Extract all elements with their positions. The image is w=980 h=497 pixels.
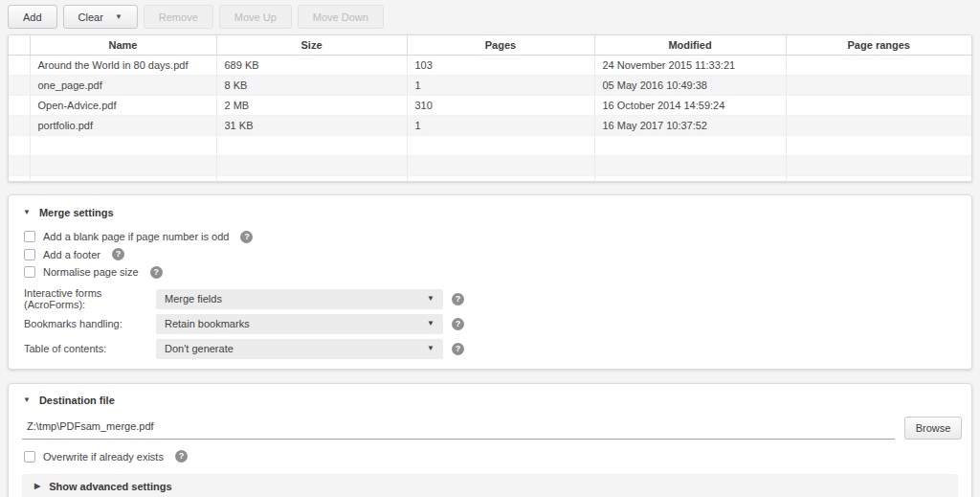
help-icon[interactable]: ? (150, 266, 163, 279)
column-header-selector (9, 35, 30, 55)
merge-checkbox-group: Add a blank page if page number is odd ?… (14, 228, 966, 282)
toolbar: Add Clear ▼ Remove Move Up Move Down (0, 0, 980, 34)
cell-modified: 16 May 2017 10:37:52 (594, 115, 786, 135)
chevron-down-icon: ▼ (427, 295, 434, 303)
footer-checkbox[interactable] (24, 249, 35, 260)
table-row[interactable]: Open-Advice.pdf 2 MB 310 16 October 2014… (9, 95, 971, 115)
normalise-label: Normalise page size (43, 266, 139, 278)
collapse-arrow-icon: ▼ (23, 209, 31, 216)
table-empty-row (9, 175, 971, 182)
cell-page-ranges[interactable] (786, 75, 971, 95)
cell-page-ranges[interactable] (786, 55, 971, 75)
cell-size: 2 MB (216, 95, 407, 115)
cell-name: portfolio.pdf (30, 115, 216, 135)
toc-row: Table of contents: Don't generate ▼ ? (14, 339, 966, 359)
cell-page-ranges[interactable] (786, 115, 971, 135)
blank-page-checkbox[interactable] (24, 231, 35, 242)
overwrite-checkbox[interactable] (24, 451, 35, 463)
cell-pages: 1 (407, 75, 594, 95)
normalise-option: Normalise page size ? (14, 263, 966, 282)
merge-settings-header[interactable]: ▼ Merge settings (14, 202, 966, 219)
help-icon[interactable]: ? (452, 343, 464, 355)
merge-settings-panel: ▼ Merge settings Add a blank page if pag… (8, 194, 972, 370)
column-header-size[interactable]: Size (216, 35, 407, 55)
cell-size: 689 KB (216, 55, 407, 75)
bookmarks-row: Bookmarks handling: Retain bookmarks ▼ ? (14, 314, 966, 334)
files-table: Name Size Pages Modified Page ranges Aro… (9, 35, 971, 182)
overwrite-option: Overwrite if already exists ? (14, 448, 966, 466)
table-row[interactable]: Around the World in 80 days.pdf 689 KB 1… (9, 55, 971, 75)
footer-label: Add a footer (43, 249, 100, 260)
acroforms-row: Interactive forms (AcroForms): Merge fie… (14, 289, 966, 309)
cell-name: Open-Advice.pdf (30, 95, 216, 115)
chevron-down-icon: ▼ (427, 345, 434, 352)
help-icon[interactable]: ? (452, 293, 464, 305)
cell-size: 31 KB (216, 115, 407, 135)
help-icon[interactable]: ? (112, 248, 124, 260)
cell-modified: 24 November 2015 11:33:21 (594, 55, 786, 75)
row-selector-cell (9, 95, 30, 115)
help-icon[interactable]: ? (452, 318, 464, 330)
clear-button[interactable]: Clear ▼ (63, 5, 138, 29)
destination-file-header[interactable]: ▼ Destination file (14, 391, 966, 408)
merge-settings-title: Merge settings (39, 207, 114, 218)
cell-name: one_page.pdf (30, 75, 216, 95)
files-table-panel: Name Size Pages Modified Page ranges Aro… (8, 34, 972, 182)
move-up-button: Move Up (219, 5, 292, 29)
column-header-page-ranges[interactable]: Page ranges (786, 35, 971, 55)
remove-button: Remove (144, 5, 213, 29)
cell-modified: 05 May 2016 10:49:38 (594, 75, 786, 95)
table-empty-row (9, 155, 971, 175)
chevron-down-icon: ▼ (427, 320, 434, 328)
row-selector-cell (9, 55, 30, 75)
toc-selected-value: Don't generate (165, 343, 234, 354)
toc-label: Table of contents: (24, 343, 156, 354)
destination-path-input[interactable]: Z:\tmp\PDFsam_merge.pdf (22, 416, 895, 440)
help-icon[interactable]: ? (175, 450, 188, 463)
bookmarks-select[interactable]: Retain bookmarks ▼ (156, 314, 443, 334)
chevron-down-icon: ▼ (115, 13, 122, 21)
overwrite-label: Overwrite if already exists (43, 451, 164, 463)
help-icon[interactable]: ? (240, 231, 253, 243)
destination-file-panel: ▼ Destination file Z:\tmp\PDFsam_merge.p… (8, 383, 972, 497)
collapse-arrow-icon: ▼ (23, 396, 31, 404)
table-empty-row (9, 135, 971, 155)
destination-path-row: Z:\tmp\PDFsam_merge.pdf Browse (22, 416, 962, 440)
table-row[interactable]: one_page.pdf 8 KB 1 05 May 2016 10:49:38 (9, 75, 971, 95)
cell-pages: 103 (407, 55, 594, 75)
add-button[interactable]: Add (8, 5, 57, 29)
show-advanced-settings[interactable]: ▶ Show advanced settings (22, 474, 958, 497)
row-selector-cell (9, 75, 30, 95)
clear-button-label: Clear (78, 11, 103, 23)
cell-pages: 1 (407, 115, 594, 135)
acroforms-selected-value: Merge fields (165, 293, 222, 305)
cell-modified: 16 October 2014 14:59:24 (594, 95, 786, 115)
column-header-pages[interactable]: Pages (407, 35, 594, 55)
cell-name: Around the World in 80 days.pdf (30, 55, 216, 75)
row-selector-cell (9, 115, 30, 135)
cell-pages: 310 (407, 95, 594, 115)
table-row[interactable]: portfolio.pdf 31 KB 1 16 May 2017 10:37:… (9, 115, 971, 135)
cell-page-ranges[interactable] (786, 95, 971, 115)
merge-select-group: Interactive forms (AcroForms): Merge fie… (14, 289, 966, 359)
bookmarks-label: Bookmarks handling: (24, 318, 156, 329)
acroforms-label: Interactive forms (AcroForms): (24, 287, 156, 310)
blank-page-option: Add a blank page if page number is odd ? (14, 228, 966, 246)
normalise-checkbox[interactable] (24, 266, 35, 278)
table-header-row: Name Size Pages Modified Page ranges (9, 35, 971, 55)
blank-page-label: Add a blank page if page number is odd (43, 231, 229, 242)
browse-button[interactable]: Browse (904, 417, 962, 440)
column-header-name[interactable]: Name (30, 35, 216, 55)
destination-file-title: Destination file (39, 395, 115, 406)
acroforms-select[interactable]: Merge fields ▼ (156, 289, 443, 309)
show-advanced-settings-label: Show advanced settings (49, 481, 171, 492)
column-header-modified[interactable]: Modified (594, 35, 786, 55)
bookmarks-selected-value: Retain bookmarks (165, 318, 250, 329)
footer-option: Add a footer ? (14, 246, 966, 264)
toc-select[interactable]: Don't generate ▼ (156, 339, 443, 359)
cell-size: 8 KB (216, 75, 407, 95)
expand-arrow-icon: ▶ (34, 483, 40, 490)
move-down-button: Move Down (298, 5, 384, 29)
